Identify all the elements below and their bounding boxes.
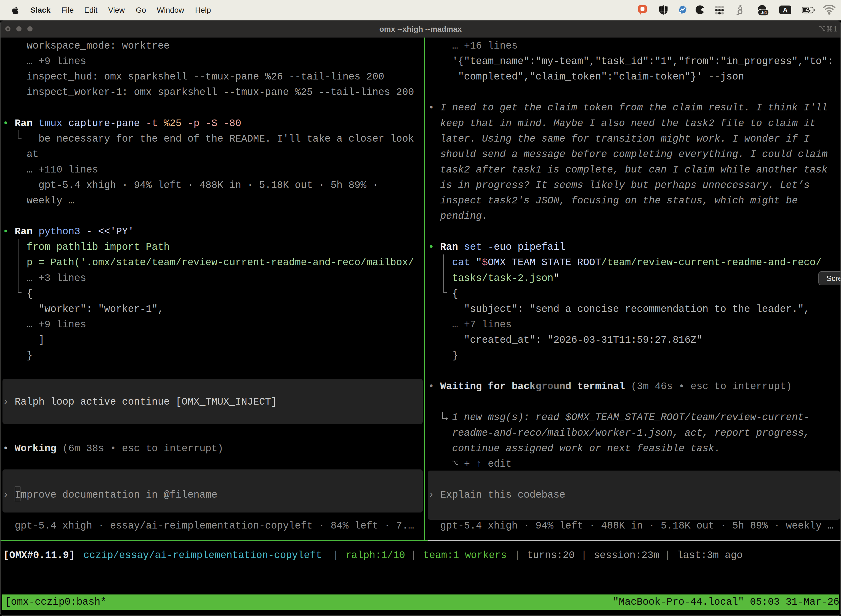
svg-text:..61: ..61	[759, 10, 767, 15]
svg-text:A: A	[783, 6, 787, 14]
